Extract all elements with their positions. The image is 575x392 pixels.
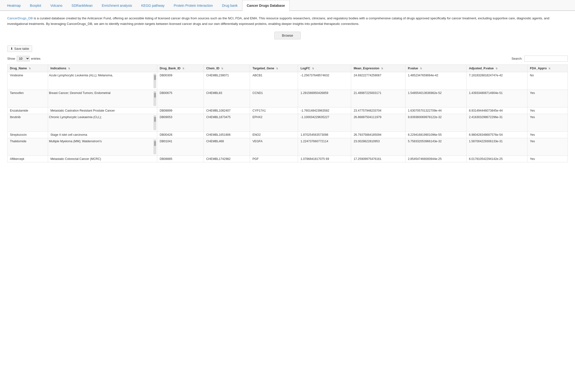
col-logfc[interactable]: LogFC ⇅ [298,65,351,72]
cell-targeted-gene: CYP17A1 [250,107,298,114]
cell-fda-approved: Yes [527,138,568,156]
cell-indications: Metastatic Castration Resistant Prostate… [48,107,157,114]
tab-enrichment[interactable]: Enrichment analysis [97,0,137,11]
col-targeted-gene[interactable]: Targeted_Gene ⇅ [250,65,298,72]
main-content: CancerDrugs_DB is a curated database cre… [0,11,575,167]
cell-targeted-gene: EPHX2 [250,114,298,131]
show-entries-control: Show 10 25 50 100 entries [7,56,41,61]
sort-icon-fda-approved: ⇅ [549,67,550,70]
cell-targeted-gene: VEGFA [250,138,298,156]
cell-drug-name: Streptozocin [7,131,48,138]
table-row: IbrutinibChronic Lymphocytic Leukaemia (… [7,114,568,131]
cell-fda-approved: Yes [527,90,568,107]
table-header: Drug_Name ⇅ Indications ⇅ Drug_Bank_ID ⇅… [7,65,568,72]
cell-indications: Acute Lymphocytic Leukemia (ALL); Melano… [48,72,157,90]
tab-volcano[interactable]: Volcano [46,0,67,11]
tab-cancerdrugs[interactable]: Cancer Drugs Database [242,0,289,11]
table-row: VindesineAcute Lymphocytic Leukemia (ALL… [7,72,568,90]
nav-tabs: HeatmapBoxplotVolcanoSDRankMeanEnrichmen… [0,0,575,11]
cell-mean-expression: 21.48987225003171 [351,90,405,107]
sort-icon-drug-name: ⇅ [29,67,31,70]
description-text: is a curated database created by the Ant… [7,16,550,25]
sort-icon-mean-expression: ⇅ [381,67,383,70]
scroll-indicator[interactable] [154,74,156,88]
cell-drug-bank-id: DB01041 [157,138,204,156]
col-drug-bank-id[interactable]: Drug_Bank_ID ⇅ [157,65,204,72]
col-fda-approved[interactable]: FDA_Appro ⇅ [527,65,568,72]
scroll-indicator[interactable] [154,140,156,154]
scroll-indicator[interactable] [154,116,156,130]
cell-mean-expression: 24.69222774259067 [351,72,405,90]
col-chem-id[interactable]: Chem_ID ⇅ [204,65,250,72]
cell-targeted-gene: ENO2 [250,131,298,138]
tab-drugbank[interactable]: Drug bank [217,0,242,11]
scroll-indicator[interactable] [154,91,156,106]
tab-heatmap[interactable]: Heatmap [2,0,25,11]
cell-pvalue: 2.854547466000944e-25 [405,156,466,162]
cell-drug-bank-id: DB08885 [157,156,204,162]
cell-drug-bank-id: DB00428 [157,131,204,138]
table-controls: Show 10 25 50 100 entries Search: [7,55,568,62]
sort-icon-chem-id: ⇅ [221,67,223,70]
cell-fda-approved: No [527,72,568,90]
sort-icon-drug-bank-id: ⇅ [182,67,184,70]
table-row: ThalidomideMultiple Myeloma (MM); Walden… [7,138,568,156]
sort-icon-targeted-gene: ⇅ [276,67,278,70]
tab-boxplot[interactable]: Boxplot [25,0,46,11]
save-table-label: Save table [14,47,29,50]
show-label: Show [7,57,15,60]
cell-logfc: -1.256737648574632 [298,72,351,90]
cell-adjusted-pvalue: 6.017810542294142e-25 [466,156,527,162]
tab-ppi[interactable]: Protein Protein Interaction [169,0,217,11]
cell-adjusted-pvalue: 6.980428348687576e-54 [466,131,527,138]
entries-select[interactable]: 10 25 50 100 [17,56,30,61]
search-label: Search: [511,57,522,60]
cell-adjusted-pvalue: 1.439334806714904e-51 [466,90,527,107]
cell-logfc: 1.0786841817075 69 [298,156,351,162]
table-row: AfliberceptMetastatic Colorectal Cancer … [7,156,568,162]
col-drug-name[interactable]: Drug_Name ⇅ [7,65,48,72]
col-adjusted-pvalue[interactable]: Adjusted_P.value ⇅ [466,65,527,72]
cell-targeted-gene: PGF [250,156,298,162]
tab-sdrankmean[interactable]: SDRankMean [67,0,97,11]
tab-kegg[interactable]: KEGG pathway [137,0,169,11]
cell-drug-name: Aflibercept [7,156,48,162]
cell-pvalue: 1.4852347659064e-42 [405,72,466,90]
browse-area: Browse [7,32,568,39]
browse-button[interactable]: Browse [274,32,301,39]
cell-mean-expression: 26.79375884185094 [351,131,405,138]
cell-chem-id: CHEMBL238071 [204,72,250,90]
col-mean-expression[interactable]: Mean_Expression ⇅ [351,65,405,72]
cell-chem-id: CHEMBL83 [204,90,250,107]
cell-drug-bank-id: DB08899 [157,107,204,114]
cell-chem-id: CHEMBL1651906 [204,131,250,138]
cell-pvalue: 6.229416819901096e-55 [405,131,466,138]
cell-mean-expression: 17.25909975476161 [351,156,405,162]
search-input[interactable] [524,55,568,62]
cell-drug-name: Vindesine [7,72,48,90]
cell-pvalue: 1.548554013636982e-52 [405,90,466,107]
save-table-button[interactable]: ⬇ Save table [7,45,32,52]
col-pvalue[interactable]: P.value ⇅ [405,65,466,72]
cell-indications: Metastatic Colorectal Cancer (MCRC) [48,156,157,162]
cell-drug-bank-id: DB00309 [157,72,204,90]
cell-indications: Stage 4 islet cell carcinoma [48,131,157,138]
cell-adjusted-pvalue: 2.416303298672296e-31 [466,114,527,131]
sort-icon-logfc: ⇅ [312,67,314,70]
cell-drug-bank-id: DB09053 [157,114,204,131]
cell-mean-expression: 26.86887504111979 [351,114,405,131]
cell-fda-approved: Yes [527,107,568,114]
cell-chem-id: CHEMBL468 [204,138,250,156]
cell-pvalue: 1.630705701322709e-44 [405,107,466,114]
cell-mean-expression: 23.47757948233704 [351,107,405,114]
entries-label: entries [31,57,41,60]
cell-chem-id: CHEMBL1742982 [204,156,250,162]
col-indications[interactable]: Indications ⇅ [48,65,157,72]
cell-adjusted-pvalue: 7.181832881824747e-42 [466,72,527,90]
cell-indications: Breast Cancer; Desmoid Tumors; Endometri… [48,90,157,107]
cell-logfc: 1.224737660772114 [298,138,351,156]
cell-drug-name: Tamoxifen [7,90,48,107]
cancerdrugs-db-link[interactable]: CancerDrugs_DB [7,16,33,20]
data-table: Drug_Name ⇅ Indications ⇅ Drug_Bank_ID ⇅… [7,65,568,162]
cell-chem-id: CHEMBL1082407 [204,107,250,114]
